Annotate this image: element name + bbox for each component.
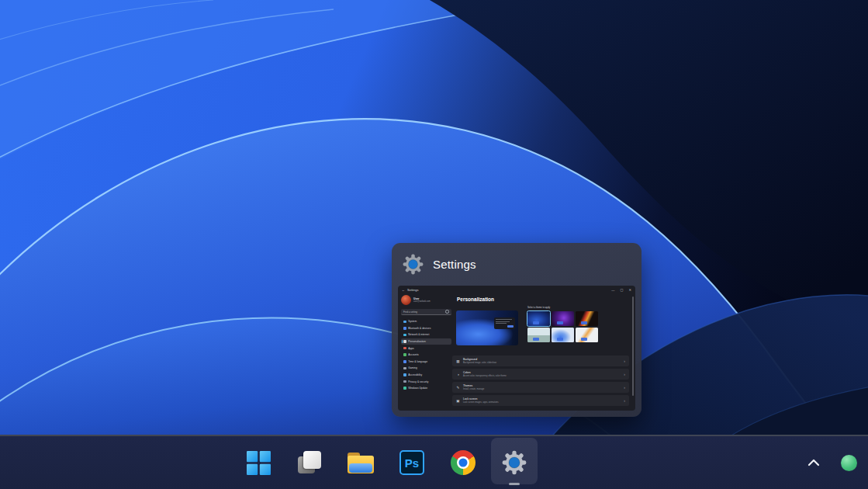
- show-hidden-icons-button[interactable]: [807, 458, 821, 467]
- windows-logo-icon: [247, 451, 271, 475]
- taskbar-preview-popup[interactable]: Settings ← Settings — ▢ ✕ User user@outl…: [392, 243, 641, 417]
- light-bloom-theme: [552, 328, 574, 342]
- chevron-right-icon: ›: [624, 398, 625, 403]
- mini-search-box: Find a setting: [401, 309, 451, 315]
- file-explorer-button[interactable]: [335, 436, 386, 489]
- nav-item-accounts: Accounts: [401, 352, 451, 359]
- start-button[interactable]: [233, 436, 284, 489]
- nav-item-system: System: [401, 318, 451, 325]
- brush-icon: ✎: [456, 386, 460, 390]
- mini-user-block: User user@outlook.com: [401, 295, 451, 305]
- photoshop-icon: Ps: [399, 450, 424, 475]
- task-view-button[interactable]: [284, 436, 335, 489]
- row-colors: ◑ Colors Accent color, transparency effe…: [452, 369, 629, 380]
- nav-item-personalization: Personalization: [401, 338, 451, 345]
- row-lock-screen: ▣ Lock screen Lock screen images, apps, …: [452, 395, 629, 406]
- search-icon: [445, 310, 449, 314]
- mini-sidebar: User user@outlook.com Find a setting Sys…: [398, 293, 454, 411]
- nav-item-windows-update: Windows Update: [401, 385, 451, 392]
- green-status-icon[interactable]: [841, 455, 857, 471]
- photoshop-button[interactable]: Ps: [386, 436, 437, 489]
- row-themes: ✎ Themes Install, create, manage ›: [452, 382, 629, 393]
- user-email: user@outlook.com: [413, 300, 431, 303]
- bluetooth-icon: [403, 327, 406, 330]
- photoshop-badge: Ps: [405, 456, 419, 470]
- chevron-right-icon: ›: [624, 385, 625, 390]
- gear-icon: [502, 450, 527, 475]
- preview-header: Settings: [392, 243, 641, 275]
- captured-motion-theme: [576, 311, 598, 326]
- nav-item-bluetooth: Bluetooth & devices: [401, 325, 451, 332]
- mini-window-title: Settings: [407, 288, 418, 292]
- dark-bloom-theme: [527, 311, 550, 326]
- person-icon: [403, 353, 406, 356]
- folder-icon: [348, 452, 374, 473]
- running-indicator: [509, 483, 520, 485]
- taskbar-app-group: Ps: [233, 436, 540, 489]
- wallpaper-preview-card: [456, 310, 518, 345]
- lock-icon: ▣: [456, 399, 460, 403]
- sunrise-theme: [527, 328, 550, 342]
- apps-grid-icon: [403, 347, 406, 350]
- clock-icon: [403, 360, 406, 363]
- nav-item-apps: Apps: [401, 345, 451, 352]
- image-icon: ▦: [456, 359, 460, 363]
- chevron-right-icon: ›: [624, 359, 625, 363]
- mini-scrollbar: [632, 297, 634, 396]
- settings-button[interactable]: [489, 436, 540, 489]
- theme-tile-grid: [527, 311, 598, 342]
- globe-icon: [403, 334, 406, 337]
- nav-item-accessibility: Accessibility: [401, 372, 451, 379]
- maximize-icon: ▢: [621, 288, 624, 292]
- page-title: Personalization: [457, 297, 494, 302]
- brush-icon: [403, 340, 406, 343]
- xbox-icon: [403, 367, 406, 370]
- nav-item-privacy: Privacy & security: [401, 378, 451, 385]
- chevron-up-icon: [807, 459, 820, 466]
- back-arrow-icon: ←: [402, 288, 405, 292]
- flow-theme: [576, 328, 598, 342]
- update-arrows-icon: [403, 387, 406, 390]
- nav-item-network: Network & internet: [401, 331, 451, 338]
- mini-nav-list: System Bluetooth & devices Network & int…: [401, 318, 451, 392]
- chrome-button[interactable]: [437, 436, 489, 489]
- nav-item-time-language: Time & language: [401, 359, 451, 366]
- close-icon: ✕: [628, 288, 631, 292]
- preview-tooltip: [494, 317, 515, 329]
- settings-rows: ▦ Background Background image, color, sl…: [452, 355, 629, 408]
- nav-item-gaming: Gaming: [401, 365, 451, 372]
- chrome-icon: [451, 450, 475, 475]
- taskbar: Ps: [0, 435, 868, 489]
- theme-section-label: Select a theme to apply: [527, 306, 550, 309]
- glow-theme: [552, 311, 574, 326]
- monitor-icon: [403, 321, 406, 324]
- mini-titlebar: ← Settings — ▢ ✕: [398, 286, 635, 293]
- settings-window-thumbnail[interactable]: ← Settings — ▢ ✕ User user@outlook.com F…: [398, 286, 635, 411]
- system-tray: [807, 436, 857, 489]
- search-placeholder: Find a setting: [403, 310, 417, 314]
- preview-tooltip-button: [507, 325, 514, 328]
- preview-app-title: Settings: [433, 258, 476, 271]
- task-view-icon: [298, 451, 321, 474]
- shield-icon: [403, 380, 406, 383]
- chevron-right-icon: ›: [624, 372, 625, 376]
- row-background: ▦ Background Background image, color, sl…: [452, 355, 629, 366]
- minimize-icon: —: [611, 288, 614, 292]
- gear-icon: [403, 254, 424, 275]
- palette-icon: ◑: [456, 373, 460, 376]
- accessibility-icon: [403, 373, 406, 376]
- avatar: [401, 295, 411, 305]
- mini-window-controls: — ▢ ✕: [611, 288, 631, 292]
